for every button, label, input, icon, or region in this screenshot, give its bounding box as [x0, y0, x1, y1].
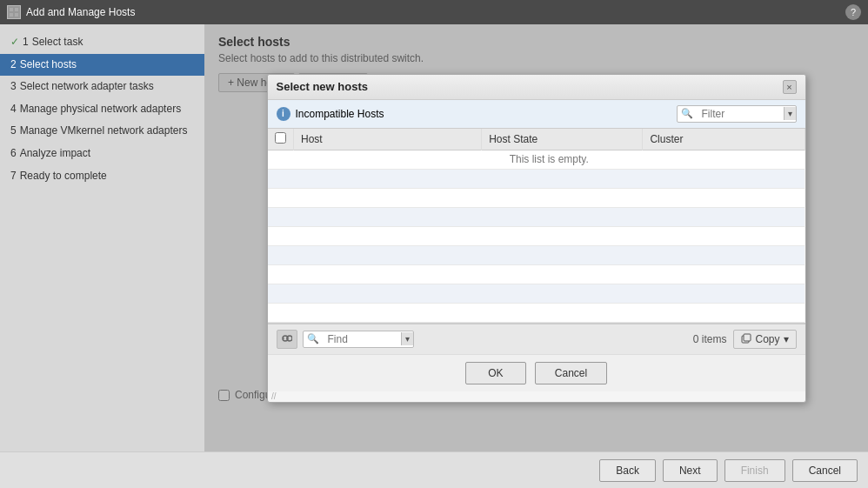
sidebar-item-step1[interactable]: ✓ 1 Select task — [0, 31, 204, 54]
sidebar-item-step5[interactable]: 5 Manage VMkernel network adapters — [0, 120, 204, 143]
sidebar-step6-label: Analyze impact — [20, 147, 90, 161]
sidebar: ✓ 1 Select task 2 Select hosts 3 Select … — [0, 24, 204, 451]
table-body: This list is empty. — [268, 150, 805, 322]
svg-rect-9 — [744, 334, 751, 341]
ok-button[interactable]: OK — [465, 362, 526, 384]
svg-rect-0 — [10, 8, 13, 11]
table-row — [268, 303, 805, 322]
sidebar-step1-label: Select task — [32, 36, 83, 50]
content-area: ✓ 1 Select task 2 Select hosts 3 Select … — [0, 24, 868, 451]
empty-cell-checkbox — [268, 150, 294, 169]
incompat-left: i Incompatible Hosts — [277, 107, 384, 121]
sidebar-item-step7[interactable]: 7 Ready to complete — [0, 165, 204, 188]
svg-rect-2 — [10, 13, 13, 17]
copy-label: Copy — [755, 333, 779, 345]
modal-overlay: Select new hosts × i Incompatible Hosts — [204, 24, 868, 451]
items-count: 0 items — [693, 333, 727, 345]
incompat-label: Incompatible Hosts — [296, 108, 384, 120]
svg-rect-1 — [15, 8, 18, 11]
sidebar-step3-label: Select network adapter tasks — [20, 80, 154, 94]
table-row — [268, 188, 805, 207]
binoculars-icon — [282, 334, 292, 344]
col-checkbox — [268, 129, 294, 150]
main-window: Add and Manage Hosts ? ✓ 1 Select task 2… — [0, 0, 868, 488]
table-header-row: Host Host State Cluster — [268, 129, 805, 150]
empty-message: This list is empty. — [294, 150, 805, 169]
find-input[interactable] — [323, 331, 401, 347]
sidebar-step7-label: Ready to complete — [20, 170, 107, 184]
modal-body: i Incompatible Hosts 🔍 ▾ — [268, 100, 805, 402]
table-row — [268, 264, 805, 284]
sidebar-item-step3[interactable]: 3 Select network adapter tasks — [0, 76, 204, 98]
copy-svg-icon — [741, 333, 751, 344]
title-bar: Add and Manage Hosts ? — [0, 0, 868, 24]
sidebar-step5-label: Manage VMkernel network adapters — [20, 124, 188, 138]
next-button[interactable]: Next — [663, 459, 718, 482]
col-host-state: Host State — [482, 129, 643, 150]
resize-handle[interactable]: // — [268, 391, 278, 402]
modal-footer: 🔍 ▾ 0 items — [268, 324, 805, 354]
filter-box: 🔍 ▾ — [677, 105, 797, 123]
incompatible-hosts-bar: i Incompatible Hosts 🔍 ▾ — [268, 100, 805, 129]
help-button[interactable]: ? — [845, 4, 861, 20]
sidebar-step5-num: 5 — [10, 124, 17, 138]
modal-dialog: Select new hosts × i Incompatible Hosts — [267, 74, 806, 403]
bottom-navigation-bar: Back Next Finish Cancel — [0, 451, 868, 488]
table-row — [268, 207, 805, 226]
sidebar-step6-num: 6 — [10, 147, 17, 161]
table-row — [268, 169, 805, 188]
svg-rect-3 — [15, 13, 18, 17]
sidebar-item-step4[interactable]: 4 Manage physical network adapters — [0, 98, 204, 121]
copy-button[interactable]: Copy ▾ — [733, 330, 796, 349]
check-icon: ✓ — [10, 36, 19, 50]
cancel-button[interactable]: Cancel — [535, 362, 607, 384]
title-bar-left: Add and Manage Hosts — [7, 5, 135, 19]
sidebar-step1-num: 1 — [23, 36, 29, 50]
window-title: Add and Manage Hosts — [26, 6, 135, 18]
app-icon — [7, 5, 21, 19]
filter-search-icon: 🔍 — [678, 106, 697, 121]
col-host: Host — [294, 129, 482, 150]
filter-dropdown-arrow[interactable]: ▾ — [784, 107, 796, 120]
sidebar-step3-num: 3 — [10, 80, 17, 94]
footer-right: 0 items Copy ▾ — [693, 330, 797, 349]
filter-input[interactable] — [697, 106, 784, 122]
modal-close-button[interactable]: × — [783, 80, 797, 94]
hosts-table-container: Host Host State Cluster This list is emp… — [268, 129, 805, 324]
find-search-icon: 🔍 — [304, 331, 323, 346]
sidebar-step4-num: 4 — [10, 103, 17, 117]
sidebar-step2-num: 2 — [10, 58, 17, 72]
find-icon-button[interactable] — [277, 330, 297, 349]
modal-header: Select new hosts × — [268, 75, 805, 100]
sidebar-step7-num: 7 — [10, 170, 17, 184]
modal-title: Select new hosts — [277, 80, 368, 93]
info-icon: i — [277, 107, 290, 121]
finish-button[interactable]: Finish — [724, 459, 785, 482]
sidebar-step4-label: Manage physical network adapters — [20, 103, 181, 117]
back-button[interactable]: Back — [599, 459, 656, 482]
select-all-checkbox[interactable] — [275, 132, 286, 144]
empty-row: This list is empty. — [268, 150, 805, 169]
col-cluster: Cluster — [643, 129, 805, 150]
copy-dropdown-arrow: ▾ — [784, 333, 789, 345]
cancel-bottom-button[interactable]: Cancel — [792, 459, 858, 482]
hosts-table: Host Host State Cluster This list is emp… — [268, 129, 805, 323]
copy-icon — [741, 333, 751, 345]
table-row — [268, 284, 805, 303]
modal-actions: OK Cancel — [268, 354, 805, 391]
find-dropdown-arrow[interactable]: ▾ — [401, 332, 413, 345]
table-row — [268, 226, 805, 245]
main-panel: Select hosts Select hosts to add to this… — [204, 24, 868, 451]
footer-left: 🔍 ▾ — [277, 330, 414, 349]
table-row — [268, 245, 805, 264]
find-box: 🔍 ▾ — [303, 331, 414, 348]
sidebar-item-step2[interactable]: 2 Select hosts — [0, 54, 204, 77]
sidebar-item-step6[interactable]: 6 Analyze impact — [0, 143, 204, 165]
sidebar-step2-label: Select hosts — [20, 58, 77, 72]
